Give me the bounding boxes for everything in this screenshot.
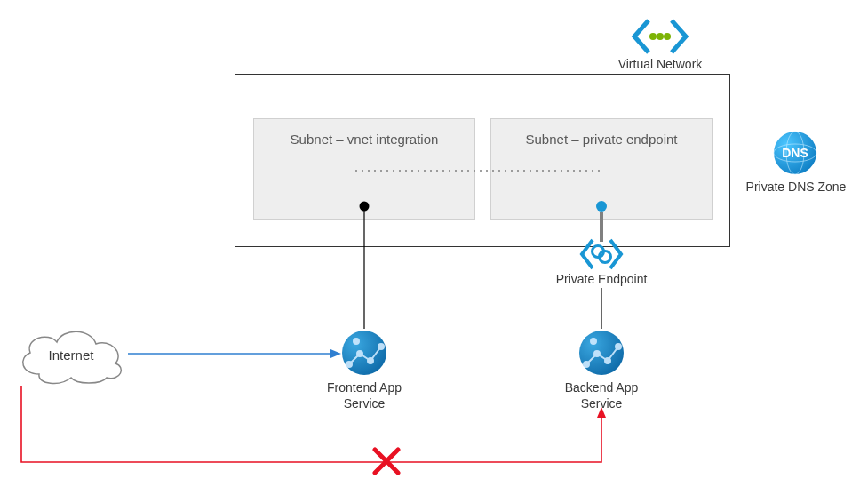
private-endpoint-label: Private Endpoint — [539, 271, 664, 287]
private-dns-zone-icon: DNS — [772, 130, 818, 176]
private-endpoint-icon — [578, 236, 625, 272]
svg-point-23 — [594, 351, 600, 356]
frontend-app-service-icon — [340, 329, 388, 377]
architecture-diagram: Virtual Network Subnet – vnet integratio… — [0, 0, 868, 495]
svg-point-4 — [360, 202, 370, 212]
svg-point-20 — [354, 339, 359, 344]
svg-marker-28 — [330, 349, 341, 358]
svg-point-17 — [357, 351, 362, 356]
virtual-network-icon — [631, 17, 689, 56]
connector-vnetint-to-frontend — [362, 211, 366, 329]
backend-app-service-icon — [577, 329, 625, 377]
internet-label: Internet — [36, 347, 107, 364]
connector-pe-to-backend — [600, 288, 603, 329]
private-dns-zone-label: Private DNS Zone — [742, 179, 850, 195]
svg-marker-29 — [597, 407, 606, 418]
subnet-vnet-integration-label: Subnet – vnet integration — [291, 132, 439, 147]
svg-point-15 — [342, 331, 386, 375]
arrow-internet-to-frontend — [128, 347, 341, 361]
svg-point-2 — [664, 33, 671, 40]
virtual-network-label: Virtual Network — [604, 56, 716, 72]
subnet-private-endpoint-label: Subnet – private endpoint — [526, 132, 678, 147]
svg-point-6 — [596, 201, 607, 212]
svg-point-16 — [346, 362, 352, 367]
svg-point-1 — [657, 33, 664, 40]
svg-point-19 — [378, 344, 384, 349]
svg-point-18 — [368, 358, 373, 363]
svg-point-21 — [579, 331, 624, 375]
blocked-x-icon — [371, 446, 402, 476]
svg-point-24 — [605, 358, 610, 363]
svg-point-22 — [584, 362, 589, 367]
blocked-path-internet-to-backend — [14, 373, 618, 480]
svg-point-0 — [649, 33, 657, 40]
svg-point-25 — [616, 344, 621, 349]
svg-text:DNS: DNS — [782, 146, 808, 160]
svg-point-26 — [591, 339, 596, 344]
subnet-dotted-connector — [355, 169, 604, 172]
